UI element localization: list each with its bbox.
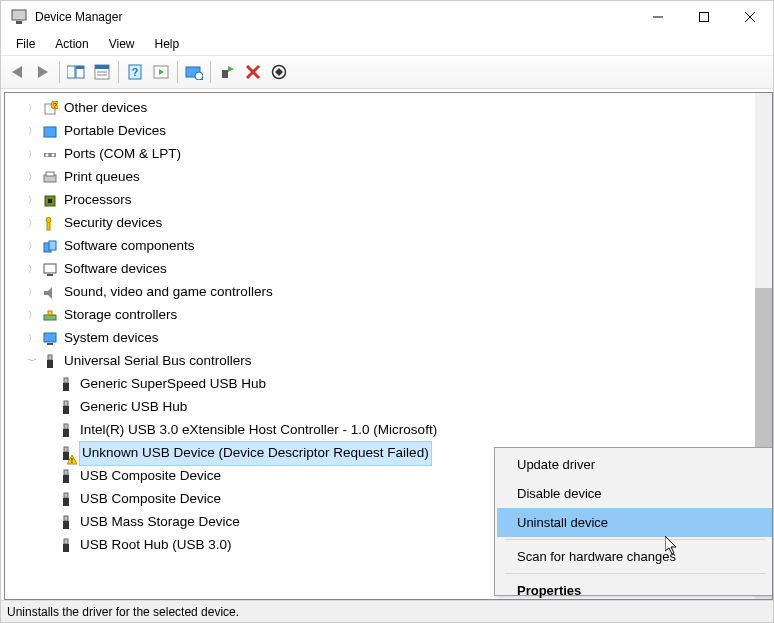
tree-label: Print queues xyxy=(64,166,140,189)
svg-rect-56 xyxy=(64,447,68,452)
tree-category-usb[interactable]: ﹀Universal Serial Bus controllers xyxy=(25,350,772,373)
svg-rect-8 xyxy=(76,66,84,69)
uninstall-device-button[interactable] xyxy=(241,60,265,84)
disable-icon xyxy=(271,64,287,80)
other-devices-icon: ? xyxy=(41,100,59,118)
tree-label: USB Composite Device xyxy=(80,488,221,511)
action-icon xyxy=(153,64,169,80)
svg-rect-45 xyxy=(48,311,52,315)
svg-rect-6 xyxy=(67,66,75,78)
tree-label: USB Root Hub (USB 3.0) xyxy=(80,534,232,557)
svg-rect-34 xyxy=(46,172,54,176)
show-hide-console-button[interactable] xyxy=(64,60,88,84)
usb-device-icon xyxy=(57,514,75,532)
ctx-disable-device[interactable]: Disable device xyxy=(497,479,773,508)
arrow-right-icon xyxy=(38,66,48,78)
menu-help[interactable]: Help xyxy=(145,35,190,53)
close-button[interactable] xyxy=(727,1,773,33)
ctx-uninstall-device[interactable]: Uninstall device xyxy=(497,508,773,537)
back-button[interactable] xyxy=(5,60,29,84)
svg-rect-10 xyxy=(95,65,109,69)
ports-icon xyxy=(41,146,59,164)
chevron-right-icon[interactable]: 〉 xyxy=(25,304,39,327)
tree-category[interactable]: 〉Software components xyxy=(25,235,772,258)
minimize-button[interactable] xyxy=(635,1,681,33)
chevron-right-icon[interactable]: 〉 xyxy=(25,258,39,281)
menu-file[interactable]: File xyxy=(6,35,45,53)
chevron-right-icon[interactable]: 〉 xyxy=(25,166,39,189)
tree-label: USB Mass Storage Device xyxy=(80,511,240,534)
properties-button[interactable] xyxy=(90,60,114,84)
svg-marker-21 xyxy=(228,66,234,72)
tree-category[interactable]: 〉Ports (COM & LPT) xyxy=(25,143,772,166)
tree-category[interactable]: 〉Processors xyxy=(25,189,772,212)
content-area: 〉?Other devices 〉Portable Devices 〉Ports… xyxy=(1,89,773,600)
svg-rect-44 xyxy=(44,315,56,320)
titlebar: Device Manager xyxy=(1,1,773,33)
scan-hardware-icon xyxy=(185,64,203,80)
tree-category[interactable]: 〉Software devices xyxy=(25,258,772,281)
tree-category[interactable]: 〉?Other devices xyxy=(25,97,772,120)
tree-category[interactable]: 〉Sound, video and game controllers xyxy=(25,281,772,304)
tree-item[interactable]: Generic USB Hub xyxy=(57,396,772,419)
svg-marker-43 xyxy=(44,287,52,299)
usb-device-icon xyxy=(57,399,75,417)
forward-button[interactable] xyxy=(31,60,55,84)
svg-rect-63 xyxy=(63,498,69,506)
tree-label: Generic USB Hub xyxy=(80,396,187,419)
tree-category[interactable]: 〉Storage controllers xyxy=(25,304,772,327)
menu-view[interactable]: View xyxy=(99,35,145,53)
chevron-right-icon[interactable]: 〉 xyxy=(25,212,39,235)
chevron-right-icon[interactable]: 〉 xyxy=(25,120,39,143)
update-driver-icon xyxy=(219,64,235,80)
svg-rect-52 xyxy=(64,401,68,406)
window-controls xyxy=(635,1,773,33)
portable-devices-icon xyxy=(41,123,59,141)
action-button[interactable] xyxy=(149,60,173,84)
tree-item[interactable]: Intel(R) USB 3.0 eXtensible Host Control… xyxy=(57,419,772,442)
svg-rect-0 xyxy=(12,10,26,20)
svg-rect-36 xyxy=(48,199,52,203)
status-text: Uninstalls the driver for the selected d… xyxy=(7,605,239,619)
device-tree[interactable]: 〉?Other devices 〉Portable Devices 〉Ports… xyxy=(4,92,773,600)
tree-label: Universal Serial Bus controllers xyxy=(64,350,252,373)
tree-category[interactable]: 〉Portable Devices xyxy=(25,120,772,143)
usb-device-icon xyxy=(57,422,75,440)
menu-action[interactable]: Action xyxy=(45,35,98,53)
tree-label: Software devices xyxy=(64,258,167,281)
tree-item[interactable]: Generic SuperSpeed USB Hub xyxy=(57,373,772,396)
chevron-down-icon[interactable]: ﹀ xyxy=(25,350,39,373)
ctx-properties[interactable]: Properties xyxy=(497,576,773,600)
svg-rect-61 xyxy=(63,475,69,483)
help-button[interactable]: ? xyxy=(123,60,147,84)
chevron-right-icon[interactable]: 〉 xyxy=(25,189,39,212)
tree-category[interactable]: 〉Security devices xyxy=(25,212,772,235)
device-manager-window: Device Manager File Action View Help ? xyxy=(0,0,774,623)
svg-rect-49 xyxy=(47,360,53,368)
tree-label: Unknown USB Device (Device Descriptor Re… xyxy=(80,442,431,465)
svg-rect-53 xyxy=(63,406,69,414)
chevron-right-icon[interactable]: 〉 xyxy=(25,97,39,120)
tree-category[interactable]: 〉System devices xyxy=(25,327,772,350)
scan-hardware-button[interactable] xyxy=(182,60,206,84)
maximize-button[interactable] xyxy=(681,1,727,33)
svg-rect-41 xyxy=(44,264,56,273)
tree-label: Software components xyxy=(64,235,195,258)
usb-device-warning-icon: ! xyxy=(57,445,75,463)
svg-rect-46 xyxy=(44,333,56,342)
usb-device-icon xyxy=(57,376,75,394)
chevron-right-icon[interactable]: 〉 xyxy=(25,235,39,258)
help-icon: ? xyxy=(127,64,143,80)
processors-icon xyxy=(41,192,59,210)
chevron-right-icon[interactable]: 〉 xyxy=(25,327,39,350)
disable-device-button[interactable] xyxy=(267,60,291,84)
uninstall-icon xyxy=(245,64,261,80)
tree-category[interactable]: 〉Print queues xyxy=(25,166,772,189)
software-components-icon xyxy=(41,238,59,256)
ctx-update-driver[interactable]: Update driver xyxy=(497,450,773,479)
chevron-right-icon[interactable]: 〉 xyxy=(25,143,39,166)
ctx-scan-hardware[interactable]: Scan for hardware changes xyxy=(497,542,773,571)
chevron-right-icon[interactable]: 〉 xyxy=(25,281,39,304)
svg-rect-60 xyxy=(64,470,68,475)
update-driver-button[interactable] xyxy=(215,60,239,84)
